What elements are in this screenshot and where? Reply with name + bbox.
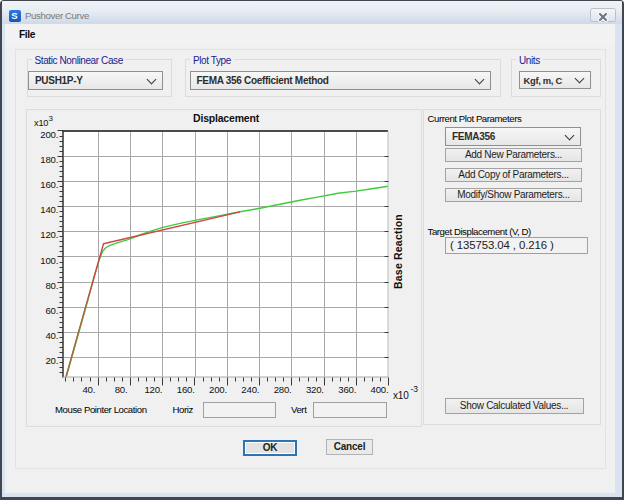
svg-text:400.: 400. [371,384,389,395]
svg-text:100.: 100. [40,255,58,266]
svg-text:160.: 160. [177,384,195,395]
svg-text:40.: 40. [45,330,58,341]
svg-text:120.: 120. [40,229,58,240]
svg-text:Base Reaction: Base Reaction [392,214,404,289]
svg-text:320.: 320. [306,384,324,395]
svg-text:Displacement: Displacement [193,112,260,124]
svg-text:280.: 280. [274,384,292,395]
svg-text:200.: 200. [40,129,58,140]
svg-text:60.: 60. [45,305,58,316]
svg-text:3: 3 [49,114,54,123]
svg-text:120.: 120. [144,384,162,395]
svg-text:240.: 240. [241,384,259,395]
svg-text:200.: 200. [209,384,227,395]
svg-text:80.: 80. [115,384,128,395]
svg-text:160.: 160. [40,179,58,190]
svg-text:x10: x10 [34,118,48,128]
svg-text:40.: 40. [82,384,95,395]
svg-text:140.: 140. [40,204,58,215]
svg-text:180.: 180. [40,154,58,165]
svg-text:20.: 20. [45,355,58,366]
svg-text:-3: -3 [411,384,419,394]
svg-text:360.: 360. [338,384,356,395]
svg-text:x10: x10 [393,390,409,401]
svg-text:80.: 80. [45,280,58,291]
